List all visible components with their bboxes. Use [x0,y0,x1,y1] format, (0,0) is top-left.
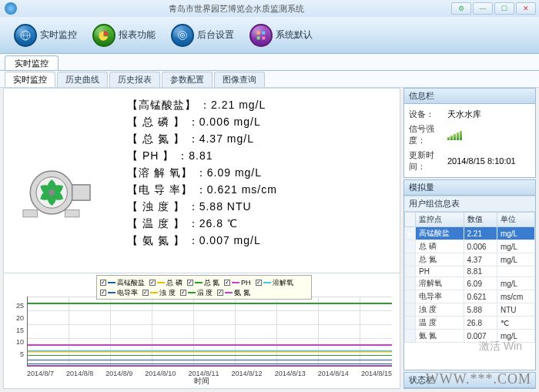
table-row[interactable]: PH8.81 [405,266,535,277]
status-panel: 状态栏 [403,372,536,389]
signal-label: 信号强度： [409,123,447,146]
window-close-button[interactable]: ✕ [516,2,536,15]
reading-line: 【 总 氮 】：4.37 mg/L [127,130,277,147]
info-panel: 信息栏 设备： 天水水库 信号强度： 更新时间： 2014/8/15 [403,88,536,178]
globe-icon [14,24,37,47]
toolbar-default-button[interactable]: 系统默认 [243,21,319,50]
tab-image-query[interactable]: 图像查询 [214,72,265,87]
svg-point-5 [182,35,183,36]
window-minimize-button[interactable]: — [473,2,493,15]
table-row[interactable]: ▸高锰酸盐2.21mg/L [405,227,535,240]
window-titlebar: 青岛市世界园艺博览会水质监测系统 ⚙ — ☐ ✕ [0,0,539,17]
legend-item[interactable]: ✓温 度 [180,288,213,297]
device-label: 设备： [409,109,447,120]
svg-rect-9 [262,36,265,39]
reading-line: 【电 导 率】：0.621 ms/cm [127,181,277,198]
legend-item[interactable]: ✓浊 度 [142,288,176,297]
readings-pane: 【高锰酸盐】：2.21 mg/L【 总 磷 】：0.006 mg/L【 总 氮 … [4,89,400,273]
legend-item[interactable]: ✓总 磷 [149,278,182,287]
legend-item[interactable]: ✓氨 氮 [217,288,250,297]
table-row[interactable]: 总 磷0.006mg/L [405,240,535,253]
svg-rect-8 [257,36,260,39]
chart-x-axis: 2014/8/72014/8/82014/8/92014/8/102014/8/… [27,370,392,377]
toolbar-backend-label: 后台设置 [197,28,234,42]
reading-line: 【溶 解 氧】：6.09 mg/L [127,164,277,181]
legend-item[interactable]: ✓总 氮 [187,278,220,287]
pie-chart-icon [92,24,116,47]
legend-checkbox[interactable]: ✓ [100,280,106,286]
legend-checkbox[interactable]: ✓ [256,280,262,286]
chart-plot-area[interactable] [27,297,392,367]
table-row[interactable]: 温 度26.8℃ [405,317,535,330]
content-area: 【高锰酸盐】：2.21 mg/L【 总 磷 】：0.006 mg/L【 总 氮 … [3,88,536,389]
legend-checkbox[interactable]: ✓ [224,280,230,286]
reading-line: 【 温 度 】：26.8 ℃ [127,215,277,232]
col-value[interactable]: 数值 [464,213,497,227]
outer-tab-row: 实时监控 [0,54,539,71]
tab-realtime[interactable]: 实时监控 [5,72,55,87]
reading-line: 【 PH 】：8.81 [127,147,277,164]
legend-checkbox[interactable]: ✓ [100,290,106,296]
legend-checkbox[interactable]: ✓ [187,280,193,286]
reading-line: 【高锰酸盐】：2.21 mg/L [127,96,277,113]
right-column: 信息栏 设备： 天水水库 信号强度： 更新时间： 2014/8/15 [403,88,536,389]
left-column: 【高锰酸盐】：2.21 mg/L【 总 磷 】：0.006 mg/L【 总 氮 … [3,88,400,389]
col-point[interactable]: 监控点 [416,213,464,227]
svg-rect-6 [257,31,260,34]
legend-item[interactable]: ✓高锰酸盐 [100,278,145,287]
outer-tab-realtime[interactable]: 实时监控 [5,55,59,70]
table-row[interactable]: 溶解氧6.09mg/L [405,277,535,290]
main-toolbar: 实时监控 报表功能 后台设置 系统默认 [0,17,539,54]
device-value: 天水水库 [447,109,531,120]
legend-item[interactable]: ✓溶解氧 [256,278,293,287]
reading-line: 【 氨 氮 】：0.007 mg/L [127,232,277,249]
chart-legend: ✓高锰酸盐✓总 磷✓总 氮✓PH✓溶解氧✓电导率✓浊 度✓温 度✓氨 氮 [96,275,312,300]
app-logo-icon [5,2,17,15]
svg-rect-7 [262,31,265,34]
trend-chart: ✓高锰酸盐✓总 磷✓总 氮✓PH✓溶解氧✓电导率✓浊 度✓温 度✓氨 氮 510… [4,273,400,388]
legend-checkbox[interactable]: ✓ [142,290,149,296]
update-time-label: 更新时间： [409,149,447,173]
toolbar-backend-button[interactable]: 后台设置 [165,21,240,50]
tab-param-config[interactable]: 参数配置 [162,72,213,87]
readings-list: 【高锰酸盐】：2.21 mg/L【 总 磷 】：0.006 mg/L【 总 氮 … [127,96,277,249]
svg-rect-14 [23,210,38,217]
svg-point-12 [49,189,55,196]
inner-tab-row: 实时监控 历史曲线 历史报表 参数配置 图像查询 [0,71,539,88]
legend-checkbox[interactable]: ✓ [180,290,186,296]
analog-panel-header: 模拟量 [404,180,535,196]
analog-group-header: 用户组信息表 [404,196,535,212]
table-row[interactable]: 总 氮4.37mg/L [405,253,535,266]
legend-checkbox[interactable]: ✓ [149,280,156,286]
analog-panel: 模拟量 用户组信息表 监控点 数值 单位 ▸高锰酸盐2.21mg/L总 磷0.0… [403,179,536,370]
reading-line: 【 总 磷 】：0.006 mg/L [127,113,277,130]
apps-icon [249,24,273,47]
tab-history-report[interactable]: 历史报表 [109,72,160,87]
window-title: 青岛市世界园艺博览会水质监测系统 [22,3,451,15]
update-time-value: 2014/8/15 8:10:01 [447,156,531,166]
table-row[interactable]: 浊 度5.88NTU [405,303,535,317]
reading-line: 【 浊 度 】：5.88 NTU [127,198,277,215]
analog-data-table[interactable]: 监控点 数值 单位 ▸高锰酸盐2.21mg/L总 磷0.006mg/L总 氮4.… [404,212,535,343]
legend-checkbox[interactable]: ✓ [217,290,223,296]
window-settings-button[interactable]: ⚙ [451,2,471,15]
svg-rect-15 [65,210,79,217]
toolbar-report-label: 报表功能 [119,28,156,42]
signal-strength-icon [447,129,531,140]
table-row[interactable]: 电导率0.621ms/cm [405,290,535,303]
table-row[interactable]: 氨 氮0.007mg/L [405,330,535,343]
toolbar-report-button[interactable]: 报表功能 [86,21,162,50]
legend-item[interactable]: ✓电导率 [100,288,138,297]
target-icon [171,24,194,47]
toolbar-realtime-button[interactable]: 实时监控 [8,21,83,50]
window-maximize-button[interactable]: ☐ [494,2,514,15]
chart-y-axis: 510152025 [10,293,25,367]
status-panel-header: 状态栏 [404,373,535,388]
toolbar-default-label: 系统默认 [276,28,313,42]
legend-item[interactable]: ✓PH [224,278,251,287]
tab-history-curve[interactable]: 历史曲线 [57,72,108,87]
svg-rect-13 [72,185,90,200]
info-panel-header: 信息栏 [404,89,535,104]
col-unit[interactable]: 单位 [497,213,534,227]
pump-icon [19,166,96,219]
